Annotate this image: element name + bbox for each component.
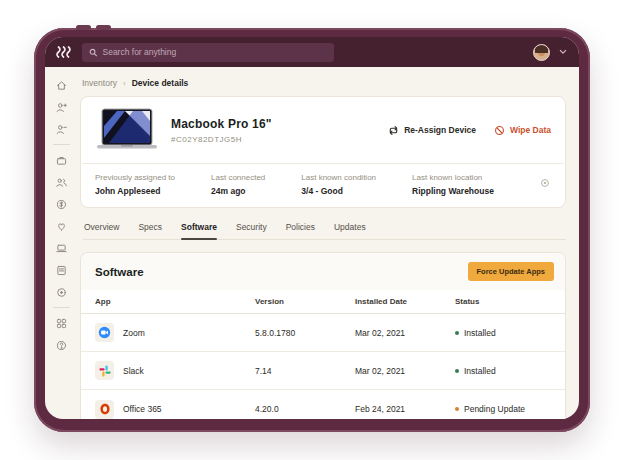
app-name: Slack bbox=[123, 366, 144, 376]
status-badge: Pending Update bbox=[455, 404, 551, 414]
app-name: Office 365 bbox=[123, 404, 162, 414]
heart-icon[interactable] bbox=[45, 215, 78, 237]
breadcrumb: Inventory › Device details bbox=[82, 78, 566, 88]
search-input[interactable] bbox=[102, 47, 327, 57]
search-bar[interactable] bbox=[82, 43, 334, 62]
tab-security[interactable]: Security bbox=[236, 219, 267, 239]
wipe-icon bbox=[494, 125, 505, 136]
tab-updates[interactable]: Updates bbox=[334, 219, 366, 239]
app-version: 5.8.0.1780 bbox=[255, 328, 355, 338]
table-row-office365[interactable]: Office 365 4.20.0 Feb 24, 2021 Pending U… bbox=[81, 390, 565, 419]
reassign-device-button[interactable]: Re-Assign Device bbox=[388, 125, 476, 136]
volume-button bbox=[76, 25, 91, 30]
volume-button bbox=[96, 25, 111, 30]
app-version: 4.20.0 bbox=[255, 404, 355, 414]
force-update-apps-button[interactable]: Force Update Apps bbox=[468, 262, 554, 281]
person-remove-icon[interactable] bbox=[45, 118, 78, 140]
tab-overview[interactable]: Overview bbox=[84, 219, 119, 239]
sidebar-divider bbox=[53, 144, 70, 145]
breadcrumb-separator: › bbox=[123, 79, 126, 88]
home-icon[interactable] bbox=[45, 74, 78, 96]
device-serial: #C02Y82DTJG5H bbox=[171, 135, 376, 144]
document-icon[interactable] bbox=[45, 259, 78, 281]
help-icon[interactable] bbox=[45, 334, 78, 356]
tab-specs[interactable]: Specs bbox=[138, 219, 162, 239]
device-info-row: Previously assigned to John Appleseed La… bbox=[81, 164, 565, 207]
main-content: Inventory › Device details bbox=[78, 67, 579, 419]
table-row-zoom[interactable]: Zoom 5.8.0.1780 Mar 02, 2021 Installed bbox=[81, 314, 565, 352]
app-installed-date: Mar 02, 2021 bbox=[355, 328, 455, 338]
target-icon[interactable] bbox=[45, 281, 78, 303]
grid-icon[interactable] bbox=[45, 312, 78, 334]
breadcrumb-current: Device details bbox=[132, 78, 189, 88]
device-tabs: Overview Specs Software Security Policie… bbox=[83, 219, 566, 240]
app-screen: Inventory › Device details bbox=[45, 37, 579, 419]
software-section-title: Software bbox=[95, 266, 144, 278]
tab-software[interactable]: Software bbox=[181, 219, 217, 239]
status-dot bbox=[455, 369, 459, 373]
chevron-down-icon[interactable] bbox=[559, 49, 567, 55]
app-name: Zoom bbox=[123, 328, 145, 338]
slack-icon bbox=[95, 361, 114, 380]
status-dot bbox=[455, 331, 459, 335]
tab-policies[interactable]: Policies bbox=[286, 219, 315, 239]
status-dot bbox=[455, 407, 459, 411]
info-previously-assigned: Previously assigned to John Appleseed bbox=[95, 173, 175, 196]
status-badge: Installed bbox=[455, 366, 551, 376]
sidebar-nav bbox=[45, 67, 78, 419]
locate-device-icon[interactable] bbox=[539, 175, 551, 193]
breadcrumb-inventory-link[interactable]: Inventory bbox=[82, 78, 117, 88]
wipe-data-button[interactable]: Wipe Data bbox=[494, 125, 551, 136]
app-installed-date: Feb 24, 2021 bbox=[355, 404, 455, 414]
software-card: Software Force Update Apps App Version I… bbox=[80, 252, 566, 419]
reassign-icon bbox=[388, 125, 399, 136]
app-installed-date: Mar 02, 2021 bbox=[355, 366, 455, 376]
top-bar bbox=[45, 37, 579, 67]
tablet-frame: Inventory › Device details bbox=[34, 28, 590, 432]
laptop-icon[interactable] bbox=[45, 237, 78, 259]
person-add-icon[interactable] bbox=[45, 96, 78, 118]
people-icon[interactable] bbox=[45, 171, 78, 193]
table-row-slack[interactable]: Slack 7.14 Mar 02, 2021 Installed bbox=[81, 352, 565, 390]
briefcase-icon[interactable] bbox=[45, 149, 78, 171]
info-last-location: Last known location Rippling Warehouse bbox=[412, 173, 494, 196]
sidebar-divider bbox=[53, 307, 70, 308]
search-icon bbox=[89, 48, 97, 57]
dollar-icon[interactable] bbox=[45, 193, 78, 215]
info-last-connected: Last connected 24m ago bbox=[211, 173, 265, 196]
status-badge: Installed bbox=[455, 328, 551, 338]
rippling-logo-icon[interactable] bbox=[55, 44, 73, 60]
app-version: 7.14 bbox=[255, 366, 355, 376]
office-icon bbox=[95, 400, 114, 419]
info-last-condition: Last known condition 3/4 - Good bbox=[301, 173, 376, 196]
software-table-header: App Version Installed Date Status bbox=[81, 290, 565, 314]
zoom-icon bbox=[95, 323, 114, 342]
device-card: Macbook Pro 16" #C02Y82DTJG5H Re-Assign … bbox=[80, 96, 566, 208]
device-thumbnail bbox=[95, 106, 159, 154]
user-avatar[interactable] bbox=[533, 44, 550, 61]
device-title: Macbook Pro 16" bbox=[171, 117, 376, 131]
